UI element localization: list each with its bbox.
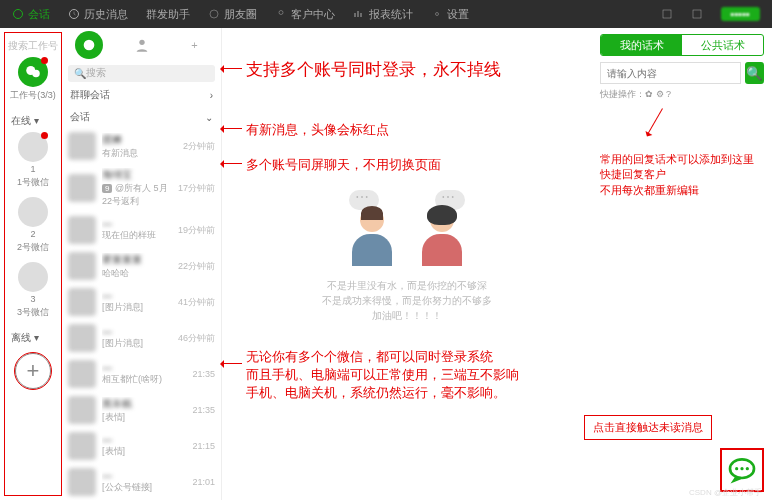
conv-item[interactable]: —[表情]21:15 [62, 428, 221, 464]
script-search-input[interactable] [600, 62, 741, 84]
top-nav: 会话 历史消息 群发助手 朋友圈 客户中心 报表统计 设置 ▪▪▪▪▪ [0, 0, 772, 28]
callout-new-msg: 有新消息，头像会标红点 [246, 121, 389, 139]
watermark: CSDN @企业小帮手 [689, 487, 762, 498]
unread-fab[interactable] [720, 448, 764, 492]
script-tabs: 我的话术 公共话术 [600, 34, 764, 56]
center-panel: 支持多个账号同时登录，永不掉线 有新消息，头像会标红点 多个账号同屏聊天，不用切… [222, 28, 592, 500]
user-icon [275, 8, 287, 20]
empty-illustration: 不是井里没有水，而是你挖的不够深 不是成功来得慢，而是你努力的不够多 加油吧！！… [322, 208, 492, 323]
svg-rect-5 [663, 10, 671, 18]
svg-point-14 [746, 467, 749, 470]
svg-point-12 [735, 467, 738, 470]
nav-broadcast[interactable]: 群发助手 [146, 7, 190, 22]
callout-multi-device: 无论你有多个个微信，都可以同时登录系统 而且手机、电脑端可以正常使用，三端互不影… [246, 348, 519, 403]
conv-item[interactable]: —[图片消息]41分钟前 [62, 284, 221, 320]
chart-icon [353, 8, 365, 20]
work-account[interactable]: 工作号(3/3) [10, 57, 56, 102]
conversation-list: + 🔍 搜索 群聊会话› 会话⌄ 摆摊有新消息2分钟前海绵宝9 @所有人 5月2… [62, 28, 222, 500]
nav-settings[interactable]: 设置 [431, 7, 469, 22]
nav-customer[interactable]: 客户中心 [275, 7, 335, 22]
conv-item[interactable]: 摆摊有新消息2分钟前 [62, 128, 221, 164]
script-search-button[interactable]: 🔍 [745, 62, 764, 84]
svg-point-8 [32, 70, 40, 78]
group-chat-section[interactable]: 群聊会话› [62, 84, 221, 106]
tab-add[interactable]: + [181, 31, 209, 59]
conv-item[interactable]: —[公众号链接]21:01 [62, 464, 221, 500]
nav-moments[interactable]: 朋友圈 [208, 7, 257, 22]
chat-bubble-icon [726, 454, 758, 486]
empty-text: 不是井里没有水，而是你挖的不够深 不是成功来得慢，而是你努力的不够多 加油吧！！… [322, 278, 492, 323]
quick-ops: 快捷操作：✿ ⚙ ? [600, 88, 764, 101]
callout-scripts: 常用的回复话术可以添加到这里 快捷回复客户 不用每次都重新编辑 [600, 152, 764, 198]
account-3[interactable]: 33号微信 [17, 262, 49, 319]
tab-contacts[interactable] [128, 31, 156, 59]
bubble-icon [81, 37, 97, 53]
conv-item[interactable]: —现在但的样班19分钟前 [62, 212, 221, 248]
user-badge[interactable]: ▪▪▪▪▪ [721, 7, 761, 21]
svg-point-4 [436, 13, 439, 16]
tab-public-scripts[interactable]: 公共话术 [682, 35, 763, 55]
expand-icon[interactable] [691, 8, 703, 20]
account-rail: 搜索工作号 工作号(3/3) 在线 ▾ 11号微信 22号微信 33号微信 离线… [4, 32, 62, 496]
window-icon[interactable] [661, 8, 673, 20]
account-1[interactable]: 11号微信 [17, 132, 49, 189]
nav-chat[interactable]: 会话 [12, 7, 50, 22]
callout-multi-login: 支持多个账号同时登录，永不掉线 [246, 58, 501, 81]
person-icon [134, 37, 150, 53]
conv-item[interactable]: 黑羊糕[表情]21:35 [62, 392, 221, 428]
svg-point-9 [83, 40, 94, 51]
chat-icon [12, 8, 24, 20]
conv-item[interactable]: 海绵宝9 @所有人 5月22号返利17分钟前 [62, 164, 221, 212]
account-2[interactable]: 22号微信 [17, 197, 49, 254]
offline-section: 离线 ▾ [11, 331, 39, 345]
online-section: 在线 ▾ [11, 114, 39, 128]
nav-reports[interactable]: 报表统计 [353, 7, 413, 22]
moments-icon [208, 8, 220, 20]
callout-same-screen: 多个账号同屏聊天，不用切换页面 [246, 156, 441, 174]
tab-my-scripts[interactable]: 我的话术 [601, 35, 682, 55]
svg-rect-6 [693, 10, 701, 18]
svg-point-0 [14, 10, 23, 19]
conv-item[interactable]: 霍莱莱莱哈哈哈22分钟前 [62, 248, 221, 284]
conv-search[interactable]: 🔍 搜索 [68, 65, 215, 82]
svg-point-13 [740, 467, 743, 470]
clock-icon [68, 8, 80, 20]
conv-item[interactable]: —[图片消息]46分钟前 [62, 320, 221, 356]
svg-point-2 [210, 10, 218, 18]
gear-icon [431, 8, 443, 20]
rail-search-label: 搜索工作号 [8, 39, 58, 53]
wechat-icon [24, 63, 42, 81]
add-account-button[interactable]: + [15, 353, 51, 389]
tab-chats[interactable] [75, 31, 103, 59]
svg-point-3 [279, 11, 283, 15]
chat-section[interactable]: 会话⌄ [62, 106, 221, 128]
callout-unread: 点击直接触达未读消息 [584, 415, 712, 440]
conv-item[interactable]: —相互都忙(啥呀)21:35 [62, 356, 221, 392]
svg-point-10 [139, 40, 144, 45]
nav-history[interactable]: 历史消息 [68, 7, 128, 22]
